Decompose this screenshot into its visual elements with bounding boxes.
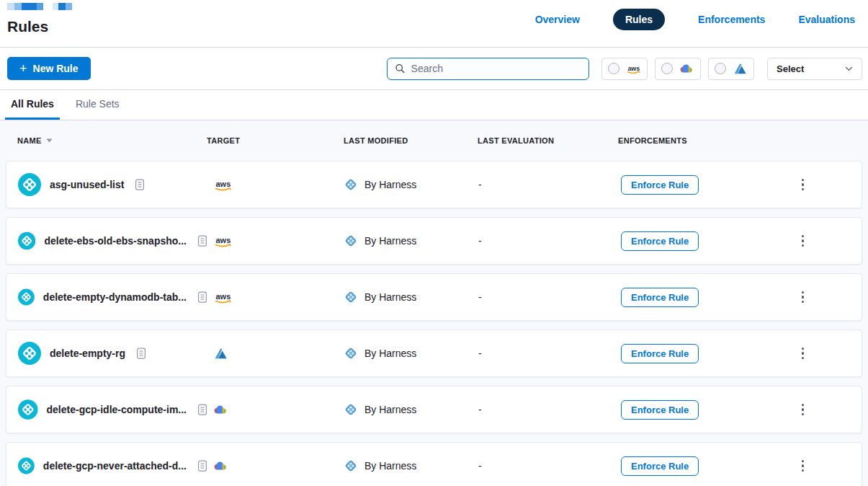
last-modified-text: By Harness — [364, 460, 416, 472]
aws-target-icon — [213, 179, 233, 191]
breadcrumb-skeleton — [7, 3, 72, 10]
search-box[interactable] — [387, 58, 589, 80]
cloud-select-dropdown[interactable]: Select — [767, 58, 862, 80]
enforce-rule-button[interactable]: Enforce Rule — [621, 231, 699, 251]
filter-chip-azure[interactable] — [708, 58, 754, 80]
page-title: Rules — [7, 18, 48, 35]
chevron-down-icon — [845, 66, 853, 71]
azure-target-icon — [213, 348, 228, 360]
harness-icon — [344, 403, 357, 416]
enforce-rule-button[interactable]: Enforce Rule — [621, 400, 699, 420]
last-modified-text: By Harness — [364, 235, 416, 247]
table-header-row: NAME TARGET LAST MODIFIED LAST EVALUATIO… — [0, 120, 868, 161]
last-modified-text: By Harness — [364, 404, 416, 415]
last-evaluation-value: - — [478, 291, 619, 303]
enforce-rule-button[interactable]: Enforce Rule — [621, 288, 699, 307]
rule-icon — [18, 398, 38, 421]
plus-icon: + — [19, 62, 27, 75]
harness-icon — [344, 347, 357, 360]
rules-table: NAME TARGET LAST MODIFIED LAST EVALUATIO… — [0, 120, 868, 486]
last-evaluation-value: - — [478, 348, 619, 359]
search-input[interactable] — [411, 63, 581, 74]
nav-evaluations[interactable]: Evaluations — [798, 14, 855, 25]
aws-target-icon — [213, 291, 233, 304]
harness-icon — [344, 459, 357, 472]
rule-icon — [18, 342, 41, 365]
rule-name: delete-gcp-idle-compute-im... — [47, 404, 187, 415]
rule-icon — [18, 286, 35, 309]
row-menu-kebab-icon[interactable] — [796, 345, 810, 363]
rule-icon — [18, 173, 41, 196]
column-header-target: TARGET — [207, 136, 335, 145]
row-menu-kebab-icon[interactable] — [796, 176, 810, 194]
gcp-target-icon — [213, 404, 227, 415]
copy-icon[interactable] — [197, 291, 207, 304]
rule-name: delete-ebs-old-ebs-snapsho... — [44, 235, 187, 247]
row-menu-kebab-icon[interactable] — [796, 401, 810, 419]
rules-tabs: All Rules Rule Sets — [0, 90, 868, 120]
tab-all-rules[interactable]: All Rules — [5, 90, 60, 120]
aws-target-icon — [213, 235, 233, 247]
top-navigation: Overview Rules Enforcements Evaluations — [535, 9, 855, 30]
gcp-icon — [679, 63, 693, 74]
row-menu-kebab-icon[interactable] — [796, 288, 810, 306]
provider-filter-group — [601, 58, 754, 80]
aws-icon — [626, 63, 641, 75]
last-modified-text: By Harness — [364, 348, 416, 359]
gcp-radio[interactable] — [661, 63, 673, 74]
rule-icon — [18, 454, 35, 477]
harness-icon — [344, 178, 357, 191]
rule-icon — [18, 229, 35, 252]
rule-name: delete-gcp-never-attached-d... — [43, 460, 187, 472]
search-icon — [395, 63, 406, 74]
copy-icon[interactable] — [135, 179, 145, 191]
last-modified-text: By Harness — [364, 179, 416, 190]
new-rule-button[interactable]: + New Rule — [7, 57, 91, 80]
last-modified-text: By Harness — [364, 291, 416, 303]
gcp-target-icon — [213, 460, 227, 472]
nav-enforcements[interactable]: Enforcements — [698, 14, 765, 25]
rule-name: delete-empty-rg — [50, 348, 125, 359]
aws-radio[interactable] — [608, 63, 619, 74]
nav-rules-active[interactable]: Rules — [613, 9, 665, 30]
sort-caret-icon[interactable] — [46, 138, 53, 143]
copy-icon[interactable] — [136, 348, 146, 360]
filter-chip-gcp[interactable] — [655, 58, 701, 80]
copy-icon[interactable] — [197, 235, 207, 247]
page-header: Rules Overview Rules Enforcements Evalua… — [0, 0, 868, 48]
azure-icon — [733, 63, 747, 75]
table-row[interactable]: delete-ebs-old-ebs-snapsho... By Harness… — [6, 217, 862, 265]
table-row[interactable]: asg-unused-list By Harness - Enforce Rul… — [6, 161, 862, 208]
last-evaluation-value: - — [478, 404, 619, 415]
enforce-rule-button[interactable]: Enforce Rule — [621, 456, 699, 476]
harness-icon — [344, 291, 357, 304]
azure-radio[interactable] — [715, 63, 726, 74]
rule-name: delete-empty-dynamodb-tab... — [43, 291, 187, 303]
column-header-last-evaluation: LAST EVALUATION — [478, 136, 618, 145]
filter-chip-aws[interactable] — [601, 58, 648, 80]
column-header-last-modified: LAST MODIFIED — [335, 136, 478, 145]
column-header-name[interactable]: NAME — [17, 136, 207, 145]
toolbar: + New Rule Select — [0, 48, 868, 90]
last-evaluation-value: - — [478, 235, 619, 247]
copy-icon[interactable] — [197, 404, 207, 416]
column-header-enforcements: ENFORCEMENTS — [618, 136, 755, 145]
harness-icon — [344, 234, 357, 247]
copy-icon[interactable] — [197, 460, 207, 472]
table-row[interactable]: delete-gcp-idle-compute-im... By Harness… — [6, 386, 862, 433]
last-evaluation-value: - — [478, 179, 619, 190]
last-evaluation-value: - — [478, 460, 619, 472]
tab-rule-sets[interactable]: Rule Sets — [70, 90, 125, 120]
rule-name: asg-unused-list — [50, 179, 124, 190]
enforce-rule-button[interactable]: Enforce Rule — [621, 175, 699, 195]
table-row[interactable]: delete-empty-rg By Harness - Enforce Rul… — [6, 330, 862, 377]
enforce-rule-button[interactable]: Enforce Rule — [621, 344, 699, 363]
row-menu-kebab-icon[interactable] — [796, 457, 810, 475]
row-menu-kebab-icon[interactable] — [796, 232, 810, 250]
nav-overview[interactable]: Overview — [535, 14, 580, 25]
table-row[interactable]: delete-gcp-never-attached-d... By Harnes… — [6, 442, 862, 486]
table-row[interactable]: delete-empty-dynamodb-tab... By Harness … — [6, 273, 862, 321]
